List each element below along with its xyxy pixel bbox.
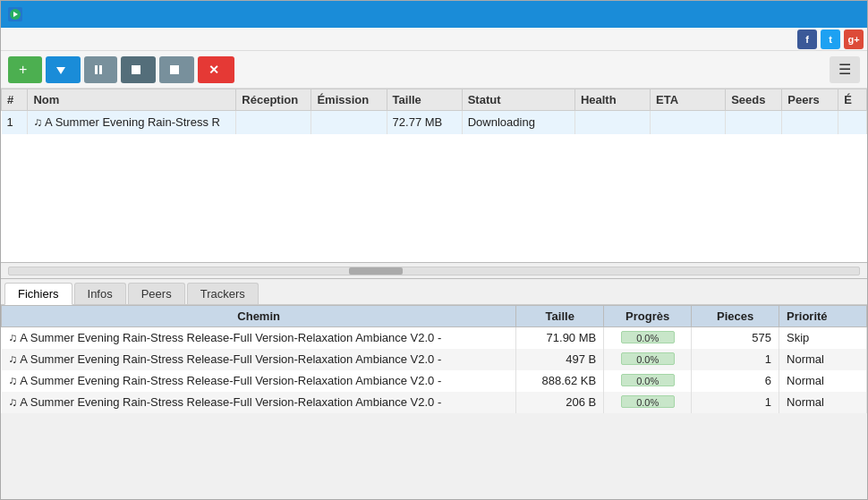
facebook-button[interactable]: f <box>797 30 817 49</box>
table-cell <box>311 111 387 134</box>
table-cell: 1 <box>2 111 28 134</box>
file-path: ♫ A Summer Evening Rain-Stress Release-F… <box>2 327 516 349</box>
file-priority: Normal <box>779 392 867 413</box>
torrent-table-header: # Nom Réception Émission Taille Statut H… <box>2 89 867 111</box>
stop-all-icon <box>170 65 179 74</box>
col-statut: Statut <box>462 89 574 111</box>
twitter-button[interactable]: t <box>821 30 840 49</box>
file-priority: Normal <box>779 370 867 392</box>
bottom-panel: FichiersInfosPeersTrackers Chemin Taille… <box>1 279 867 413</box>
file-path: ♫ A Summer Evening Rain-Stress Release-F… <box>2 370 516 392</box>
col-num: # <box>2 89 28 111</box>
file-size: 206 B <box>516 392 604 413</box>
col-progres: Progrès <box>604 306 692 327</box>
menu-button[interactable]: ☰ <box>830 56 860 83</box>
download-icon <box>56 67 65 74</box>
close-button[interactable] <box>835 2 860 27</box>
files-tbody: ♫ A Summer Evening Rain-Stress Release-F… <box>2 327 867 413</box>
file-priority: Normal <box>779 349 867 370</box>
torrent-table: # Nom Réception Émission Taille Statut H… <box>1 89 867 134</box>
torrent-tbody: 1♫ A Summer Evening Rain-Stress R72.77 M… <box>2 111 867 134</box>
tab-infos[interactable]: Infos <box>74 283 126 304</box>
list-item[interactable]: ♫ A Summer Evening Rain-Stress Release-F… <box>2 327 867 349</box>
table-cell <box>726 111 782 134</box>
table-row[interactable]: 1♫ A Summer Evening Rain-Stress R72.77 M… <box>2 111 867 134</box>
file-progress: 0.0% <box>604 392 692 413</box>
toolbar: + ✕ ☰ <box>1 51 867 89</box>
social-icons: f t g+ <box>797 30 864 49</box>
file-progress: 0.0% <box>604 370 692 392</box>
file-path: ♫ A Summer Evening Rain-Stress Release-F… <box>2 392 516 413</box>
add-torrent-button[interactable]: + <box>8 56 42 83</box>
plus-icon: + <box>19 63 27 77</box>
col-taille: Taille <box>387 89 462 111</box>
list-item[interactable]: ♫ A Summer Evening Rain-Stress Release-F… <box>2 392 867 413</box>
file-path: ♫ A Summer Evening Rain-Stress Release-F… <box>2 349 516 370</box>
file-size: 71.90 MB <box>516 327 604 349</box>
col-reception: Réception <box>236 89 311 111</box>
file-pieces: 1 <box>692 349 779 370</box>
start-button[interactable] <box>46 56 81 83</box>
col-chemin: Chemin <box>2 306 516 327</box>
menu-aide[interactable] <box>76 37 94 42</box>
minimize-button[interactable] <box>785 2 810 27</box>
menu-torrent[interactable] <box>22 37 40 42</box>
tab-peers[interactable]: Peers <box>128 283 185 304</box>
col-e: É <box>838 89 867 111</box>
table-cell: Downloading <box>462 111 574 134</box>
table-cell <box>782 111 838 134</box>
files-table-header: Chemin Taille Progrès Pieces Priorité <box>2 306 867 327</box>
stop-all-button[interactable] <box>159 56 194 83</box>
files-table: Chemin Taille Progrès Pieces Priorité ♫ … <box>1 305 867 413</box>
menu-aspect[interactable] <box>58 37 76 42</box>
file-progress: 0.0% <box>604 349 692 370</box>
file-size: 497 B <box>516 349 604 370</box>
file-pieces: 6 <box>692 370 779 392</box>
list-item[interactable]: ♫ A Summer Evening Rain-Stress Release-F… <box>2 370 867 392</box>
menubar: f t g+ <box>1 28 867 51</box>
col-taille-file: Taille <box>516 306 604 327</box>
col-emission: Émission <box>311 89 387 111</box>
table-cell <box>574 111 650 134</box>
col-priorite: Priorité <box>779 306 867 327</box>
menu-fichier[interactable] <box>4 37 22 42</box>
pause-button[interactable] <box>84 56 117 83</box>
tab-trackers[interactable]: Trackers <box>187 283 259 304</box>
torrent-table-area: # Nom Réception Émission Taille Statut H… <box>1 89 867 263</box>
table-cell: 72.77 MB <box>387 111 462 134</box>
scrollbar-thumb[interactable] <box>349 267 403 275</box>
file-size: 888.62 KB <box>516 370 604 392</box>
col-seeds: Seeds <box>726 89 782 111</box>
table-cell <box>651 111 726 134</box>
titlebar <box>1 1 867 28</box>
table-cell <box>838 111 867 134</box>
list-item[interactable]: ♫ A Summer Evening Rain-Stress Release-F… <box>2 349 867 370</box>
app-icon <box>8 7 22 21</box>
table-cell <box>236 111 311 134</box>
window-controls <box>785 2 860 27</box>
stop-button[interactable] <box>121 56 156 83</box>
table-cell: ♫ A Summer Evening Rain-Stress R <box>28 111 236 134</box>
scrollbar-area[interactable] <box>1 263 867 279</box>
remove-icon: ✕ <box>208 63 219 77</box>
file-pieces: 575 <box>692 327 779 349</box>
scrollbar-track[interactable] <box>8 267 860 275</box>
remove-button[interactable]: ✕ <box>198 56 234 83</box>
maximize-button[interactable] <box>810 2 835 27</box>
col-name: Nom <box>28 89 236 111</box>
hamburger-icon: ☰ <box>838 63 851 77</box>
file-pieces: 1 <box>692 392 779 413</box>
menu-outils[interactable] <box>40 37 58 42</box>
col-pieces: Pieces <box>692 306 779 327</box>
file-priority: Skip <box>779 327 867 349</box>
googleplus-button[interactable]: g+ <box>844 30 864 49</box>
tabs-bar: FichiersInfosPeersTrackers <box>1 279 867 305</box>
stop-icon <box>132 65 140 74</box>
col-eta: ETA <box>651 89 726 111</box>
pause-icon <box>95 65 102 74</box>
file-progress: 0.0% <box>604 327 692 349</box>
tab-fichiers[interactable]: Fichiers <box>4 283 72 305</box>
col-peers: Peers <box>782 89 838 111</box>
col-health: Health <box>574 89 650 111</box>
